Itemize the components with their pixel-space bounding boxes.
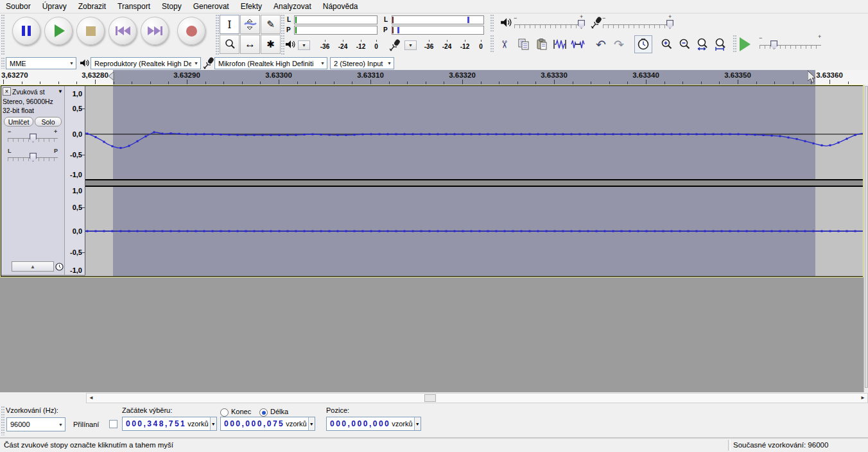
track-collapse-button[interactable]: ▲ <box>12 261 54 272</box>
menu-item-soubor[interactable]: Soubor <box>0 0 37 13</box>
skip-to-end-button[interactable] <box>141 17 169 45</box>
ruler-minor-tick <box>114 82 114 84</box>
paste-button[interactable] <box>533 35 551 53</box>
selection-length-field[interactable]: 000,000,075 vzorků ▼ <box>220 417 315 431</box>
zoom-tool-button[interactable] <box>220 35 239 54</box>
copy-button[interactable] <box>515 35 533 53</box>
menu-item-generovat[interactable]: Generovat <box>187 0 235 13</box>
vertical-scrollbar-thumb[interactable] <box>865 86 868 388</box>
menu-item-úpravy[interactable]: Úpravy <box>37 0 73 13</box>
pan-left-label: L <box>8 148 12 154</box>
radio-end[interactable] <box>220 408 229 417</box>
fit-selection-button[interactable] <box>693 35 711 53</box>
input-volume-slider-track[interactable] <box>603 24 673 28</box>
radio-end-label[interactable]: Konec <box>231 408 251 415</box>
input-device-select[interactable]: Mikrofon (Realtek High Definiti▼ <box>214 57 327 69</box>
playback-speed-slider-track[interactable] <box>759 45 821 49</box>
output-volume-slider-track[interactable] <box>514 24 585 28</box>
play-button[interactable] <box>44 17 73 45</box>
audio-host-select[interactable]: MME▼ <box>6 57 76 69</box>
selection-toolbar-grip[interactable] <box>1 406 4 435</box>
zoom-in-button[interactable] <box>657 35 675 53</box>
menu-item-transport[interactable]: Transport <box>112 0 156 13</box>
envelope-tool-button[interactable] <box>240 15 260 34</box>
fit-project-button[interactable] <box>711 35 729 53</box>
time-shift-tool-button[interactable]: ↔ <box>240 35 260 54</box>
playback-meter-scale-tick <box>343 40 343 42</box>
track-timer-icon[interactable] <box>55 263 64 271</box>
record-button[interactable] <box>177 17 205 45</box>
transport-toolbar-grip[interactable] <box>1 15 4 55</box>
selection-tool-button[interactable]: I <box>220 15 239 34</box>
play-at-speed-button[interactable] <box>740 37 751 51</box>
ruler-minor-tick <box>242 82 243 84</box>
redo-button[interactable]: ↷ <box>610 35 628 53</box>
menu-item-analyzovat[interactable]: Analyzovat <box>268 0 317 13</box>
record-meter-dropdown[interactable]: ▼ <box>404 40 417 50</box>
chevron-down-icon[interactable]: ▼ <box>308 417 315 430</box>
transcription-toolbar-grip[interactable] <box>733 35 736 53</box>
paste-icon <box>536 39 548 50</box>
vruler-tick <box>82 109 85 109</box>
playback-meter-L-bar[interactable] <box>294 15 378 24</box>
meter-toolbar-grip[interactable] <box>281 15 284 55</box>
menu-item-efekty[interactable]: Efekty <box>235 0 268 13</box>
cut-button[interactable]: ✂ <box>496 35 514 53</box>
output-device-select[interactable]: Reproduktory (Realtek High De▼ <box>91 57 201 69</box>
waveform-left-channel[interactable] <box>85 86 863 179</box>
track-close-button[interactable]: × <box>3 87 11 96</box>
menu-item-stopy[interactable]: Stopy <box>156 0 187 13</box>
selection-start-handle[interactable] <box>108 72 114 81</box>
solo-button[interactable]: Solo <box>35 117 62 126</box>
snap-to-checkbox[interactable] <box>109 420 117 428</box>
record-meter-L-bar[interactable] <box>392 15 484 24</box>
ruler-minor-tick <box>517 82 518 84</box>
record-meter-scale-number: -12 <box>460 43 469 50</box>
device-toolbar-grip[interactable] <box>1 58 4 69</box>
trim-outside-selection-button[interactable] <box>551 35 569 53</box>
radio-length[interactable] <box>259 408 268 417</box>
input-channels-select[interactable]: 2 (Stereo) Input C▼ <box>330 57 394 69</box>
sample-rate-select[interactable]: 96000▼ <box>6 417 65 431</box>
skip-to-start-button[interactable] <box>108 17 137 45</box>
playback-meter-P-bar[interactable] <box>294 26 378 35</box>
sync-lock-button[interactable] <box>634 35 652 53</box>
timeline-ruler[interactable]: 3,632703,632803.632903.633003.633103.633… <box>0 70 868 85</box>
multi-tool-button[interactable]: ✱ <box>261 35 281 54</box>
waveform-plot[interactable] <box>85 86 863 179</box>
vertical-scrollbar[interactable] <box>864 85 868 392</box>
stop-icon <box>86 26 96 36</box>
draw-tool-button[interactable]: ✎ <box>261 15 281 34</box>
record-meter-P-bar[interactable] <box>392 26 484 35</box>
scroll-right-arrow[interactable]: ► <box>860 395 865 401</box>
waveform-right-channel[interactable] <box>85 187 863 276</box>
tools-toolbar-grip[interactable] <box>216 15 219 55</box>
track-title-dropdown[interactable]: Zvuková st ▼ <box>12 87 63 96</box>
silence-selection-button[interactable] <box>569 35 587 53</box>
chevron-down-icon[interactable]: ▼ <box>210 417 216 430</box>
undo-button[interactable]: ↶ <box>592 35 610 53</box>
ruler-minor-tick <box>223 82 224 84</box>
mixer-toolbar-grip[interactable] <box>490 15 494 33</box>
radio-length-label[interactable]: Délka <box>270 408 288 415</box>
mute-button[interactable]: Umlčet <box>4 117 33 126</box>
ruler-minor-tick <box>76 82 77 84</box>
waveform-plot[interactable] <box>85 187 863 276</box>
zoom-out-button[interactable] <box>675 35 693 53</box>
menu-item-zobrazit[interactable]: Zobrazit <box>73 0 112 13</box>
scroll-left-arrow[interactable]: ◄ <box>89 395 94 401</box>
status-sample-rate: Současné vzorkování: 96000 <box>733 441 828 449</box>
pause-button[interactable] <box>12 17 40 45</box>
chevron-down-icon[interactable]: ▼ <box>414 417 421 430</box>
input-device-value: Mikrofon (Realtek High Definiti <box>218 60 314 67</box>
stop-button[interactable] <box>76 17 105 45</box>
selection-start-field[interactable]: 000,348,751 vzorků ▼ <box>122 417 217 431</box>
horizontal-scrollbar-thumb[interactable] <box>424 394 436 402</box>
menu-item-nápověda[interactable]: Nápověda <box>317 0 364 13</box>
vertical-ruler[interactable]: 1,00,50,0-0,5-1,01,00,50,0-0,5-1,0 <box>65 86 85 275</box>
horizontal-scrollbar[interactable]: ◄ ► <box>86 393 868 403</box>
position-field[interactable]: 000,000,000 vzorků ▼ <box>326 417 421 431</box>
edit-toolbar-grip[interactable] <box>490 35 494 53</box>
playback-meter-dropdown[interactable]: ▼ <box>298 40 310 50</box>
ruler-minor-tick <box>444 82 444 84</box>
